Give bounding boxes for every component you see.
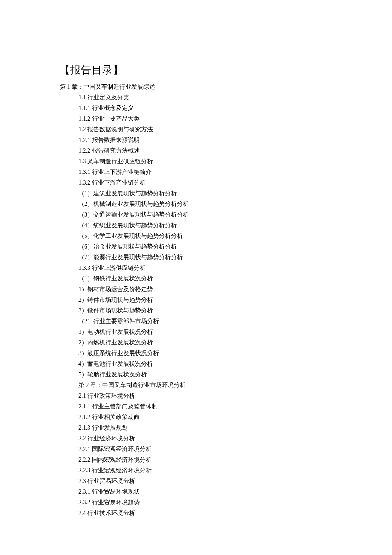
- toc-item: （2）行业主要零部件市场分析: [60, 316, 332, 327]
- toc-item: 1.3.1 行业上下游产业链简介: [60, 167, 332, 177]
- toc-item: 1.1.2 行业主要产品大类: [60, 114, 332, 124]
- toc-item: 1.2.2 报告研究方法概述: [60, 146, 332, 156]
- toc-item: （6）冶金业发展现状与趋势分析分析: [60, 242, 332, 252]
- toc-item: 1.1 行业定义及分类: [60, 92, 332, 103]
- toc-item: 2.2.2 国内宏观经济环境分析: [60, 455, 332, 465]
- chapter-1-heading: 第 1 章：中国叉车制造行业发展综述: [60, 82, 332, 92]
- toc-item: 1.3.2 行业下游产业链分析: [60, 178, 332, 188]
- toc-item: 3）液压系统行业发展状况分析: [60, 348, 332, 358]
- toc-item: 1.2 报告数据说明与研究方法: [60, 124, 332, 135]
- toc-item: 2.3 行业贸易环境分析: [60, 476, 332, 486]
- toc-item: 2.2.3 行业宏观经济环境分析: [60, 465, 332, 476]
- toc-item: 1.3.3 行业上游供应链分析: [60, 263, 332, 273]
- toc-item: （5）化学工业发展现状与趋势分析分析: [60, 231, 332, 241]
- toc-item: （1）钢铁行业发展状况分析: [60, 274, 332, 284]
- toc-item: 2.1.3 行业发展规划: [60, 423, 332, 433]
- toc-item: 3）锻件市场现状与趋势分析: [60, 306, 332, 316]
- toc-item: 2.1 行业政策环境分析: [60, 391, 332, 401]
- toc-item: （4）纺织业发展现状与趋势分析分析: [60, 220, 332, 231]
- toc-item: （7）能源行业发展现状与趋势分析分析: [60, 252, 332, 263]
- toc-item: 4）蓄电池行业发展状况分析: [60, 359, 332, 369]
- toc-item: 1.3 叉车制造行业供应链分析: [60, 156, 332, 167]
- toc-item: 1.1.1 行业概念及定义: [60, 103, 332, 113]
- toc-item: 2）铸件市场现状与趋势分析: [60, 295, 332, 305]
- toc-item: 5）轮胎行业发展状况分析: [60, 370, 332, 380]
- toc-item: 1.2.1 报告数据来源说明: [60, 135, 332, 145]
- toc-item: 2.2 行业经济环境分析: [60, 434, 332, 444]
- toc-item: 2.2.1 国际宏观经济环境分析: [60, 444, 332, 454]
- toc-item: 第 2 章：中国叉车制造行业市场环境分析: [60, 380, 332, 390]
- toc-item: （3）交通运输业发展现状与趋势分析分析: [60, 210, 332, 220]
- toc-item: 2.1.2 行业相关政策动向: [60, 412, 332, 422]
- report-toc-title: 【报告目录】: [60, 63, 332, 77]
- toc-item: 1）钢材市场运营及价格走势: [60, 284, 332, 295]
- toc-item: 1）电动机行业发展状况分析: [60, 327, 332, 337]
- toc-item: 2.3.1 行业贸易环境现状: [60, 487, 332, 497]
- toc-item: 2.4 行业技术环境分析: [60, 508, 332, 518]
- toc-item: 2.1.1 行业主管部门及监管体制: [60, 402, 332, 412]
- toc-item: 2）内燃机行业发展状况分析: [60, 338, 332, 348]
- toc-item: （1）建筑业发展现状与趋势分析分析: [60, 188, 332, 199]
- toc-item: （2）机械制造业发展现状与趋势分析分析: [60, 199, 332, 209]
- toc-item: 2.3.2 行业贸易环境趋势: [60, 497, 332, 508]
